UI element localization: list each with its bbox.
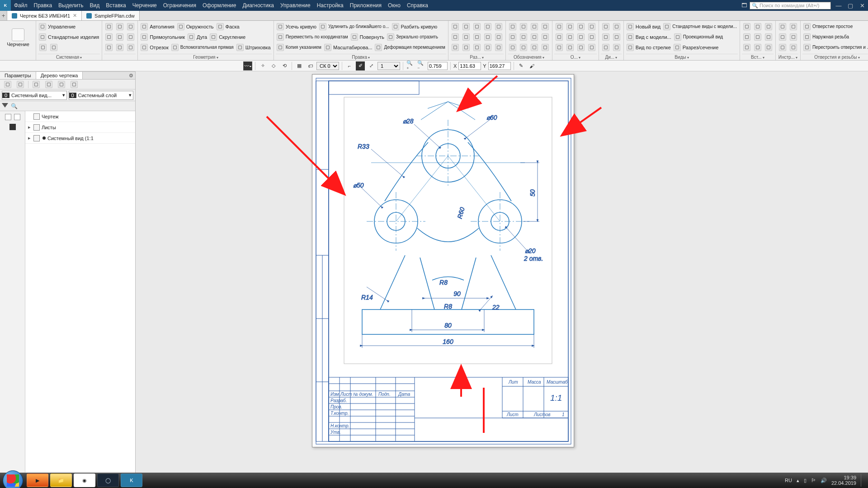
view-dropdown[interactable]: 0Системный вид...▾ (2, 91, 67, 100)
rib-ic[interactable] (461, 32, 471, 42)
panel-tab-tree[interactable]: Дерево чертежа (36, 72, 83, 79)
menu-window[interactable]: Окно (385, 0, 404, 11)
tray-flag-icon[interactable]: 🏳 (811, 478, 816, 483)
menu-design[interactable]: Оформление (199, 0, 239, 11)
tree-node-drawing[interactable]: Чертеж (25, 111, 135, 122)
rib-ic[interactable] (540, 22, 550, 32)
rib-ic[interactable] (788, 32, 798, 42)
rib-ic[interactable] (472, 42, 482, 52)
ribbon-rotate[interactable]: Повернуть (350, 32, 385, 42)
ribbon-arc[interactable]: Дуга (187, 32, 208, 42)
panel-ic[interactable] (69, 80, 79, 89)
layer-dropdown[interactable]: 0Системный слой▾ (69, 91, 134, 100)
panel-ic[interactable] (15, 80, 25, 89)
tree-node-sysview[interactable]: ▸Системный вид (1:1 (25, 133, 135, 144)
ribbon-ic[interactable] (126, 22, 136, 32)
tab-inactive[interactable]: SampleFPlan.cdw (82, 11, 140, 20)
rib-ic[interactable] (764, 42, 774, 52)
filter-icon[interactable] (2, 103, 8, 109)
cs-select[interactable]: СК 0 (316, 62, 339, 70)
new-tab-button[interactable]: + (0, 11, 7, 20)
rib-ic[interactable] (450, 32, 460, 42)
ribbon-hatch[interactable]: Штриховка (236, 42, 272, 52)
rib-ic[interactable] (742, 42, 752, 52)
ribbon-rebuild-holes[interactable]: Перестроить отверстия и ... (802, 42, 868, 52)
rib-ic[interactable] (494, 22, 504, 32)
ribbon-circle[interactable]: Окружность (176, 22, 215, 32)
start-button[interactable] (3, 470, 23, 488)
menu-file[interactable]: Файл (11, 0, 31, 11)
ribbon-ic[interactable] (115, 32, 125, 42)
brush-icon[interactable]: 🖌 (528, 61, 537, 70)
command-search-input[interactable]: 🔍 Поиск по командам (Alt+/) (750, 2, 831, 9)
tray-up-icon[interactable]: ▴ (797, 478, 799, 483)
ribbon-stdviews[interactable]: Стандартные виды с модели... (662, 22, 738, 32)
ribbon-std-button[interactable]: Стандартные изделия (38, 32, 100, 42)
close-button[interactable]: ✕ (856, 0, 868, 11)
rib-ic[interactable] (519, 42, 528, 52)
panel-tab-params[interactable]: Параметры (0, 72, 36, 79)
eyedrop-icon[interactable]: ✎ (517, 61, 526, 70)
rib-ic[interactable] (764, 22, 774, 32)
ribbon-ic[interactable] (115, 42, 125, 52)
ribbon-auxline[interactable]: Вспомогатель­ная прямая (170, 42, 235, 52)
rib-ic[interactable] (778, 32, 788, 42)
panel-ic[interactable] (44, 80, 54, 89)
rib-ic[interactable] (742, 22, 752, 32)
taskbar-explorer-icon[interactable]: 📁 (50, 474, 72, 487)
menu-manage[interactable]: Управление (277, 0, 314, 11)
menu-draw[interactable]: Черчение (129, 0, 160, 11)
rib-ic[interactable] (764, 32, 774, 42)
rib-ic[interactable] (565, 32, 575, 42)
menu-select[interactable]: Выделить (55, 0, 86, 11)
zoom-out-icon[interactable]: 🔍⁻ (417, 61, 426, 70)
rib-ic[interactable] (565, 22, 575, 32)
rib-ic[interactable] (461, 22, 471, 32)
ribbon-fillet[interactable]: Скругление (209, 32, 246, 42)
rib-ic[interactable] (529, 22, 539, 32)
ribbon-break[interactable]: Разбить кривую (391, 22, 439, 32)
ribbon-modelview[interactable]: Вид с модели... (626, 32, 672, 42)
menu-edit[interactable]: Правка (31, 0, 56, 11)
tree-node-sheets[interactable]: ▸Листы (25, 122, 135, 133)
rib-ic[interactable] (778, 22, 788, 32)
maximize-button[interactable]: ▢ (844, 0, 856, 11)
scale-select[interactable]: 1 (377, 62, 400, 70)
ribbon-mini-2[interactable] (49, 42, 59, 52)
coord-y-input[interactable] (488, 62, 511, 70)
taskbar-chrome-icon[interactable]: ◉ (74, 474, 95, 487)
drawing-canvas[interactable]: 160 80 90 22 50 ⌀2 (136, 71, 868, 473)
ribbon-segment[interactable]: Отрезок (140, 42, 169, 52)
rib-ic[interactable] (753, 22, 763, 32)
panel-ic[interactable] (31, 80, 41, 89)
ribbon-mini-1[interactable] (38, 42, 48, 52)
rib-ic[interactable] (540, 42, 550, 52)
tray-network-icon[interactable]: ▯ (804, 478, 807, 483)
label-icon[interactable]: 🏷 (306, 61, 315, 70)
rib-ic[interactable] (576, 32, 586, 42)
panel-gear-icon[interactable]: ⚙ (127, 72, 135, 79)
panel-ic[interactable] (3, 80, 13, 89)
zoom-input[interactable] (428, 62, 448, 70)
menu-apps[interactable]: Приложения (347, 0, 385, 11)
taskbar-kompas-icon[interactable]: K (121, 474, 142, 487)
taskbar-steam-icon[interactable]: ◯ (97, 474, 119, 487)
rib-ic[interactable] (554, 42, 564, 52)
rib-ic[interactable] (788, 42, 798, 52)
rib-ic[interactable] (612, 32, 622, 42)
rib-ic[interactable] (519, 22, 528, 32)
rib-ic[interactable] (529, 32, 539, 42)
rib-ic[interactable] (508, 22, 518, 32)
scale-icon[interactable]: ⤢ (367, 61, 376, 70)
tray-volume-icon[interactable]: 🔊 (821, 478, 827, 483)
ribbon-thread-out[interactable]: Наружная резьба (802, 32, 868, 42)
grid-icon[interactable]: ▦ (295, 61, 304, 70)
coord-x-input[interactable] (458, 62, 481, 70)
rib-ic[interactable] (576, 42, 586, 52)
rib-ic[interactable] (601, 22, 611, 32)
minimize-button[interactable]: — (833, 0, 844, 11)
rib-ic[interactable] (540, 32, 550, 42)
rib-ic[interactable] (742, 32, 752, 42)
rib-ic[interactable] (576, 22, 586, 32)
rib-ic[interactable] (472, 22, 482, 32)
